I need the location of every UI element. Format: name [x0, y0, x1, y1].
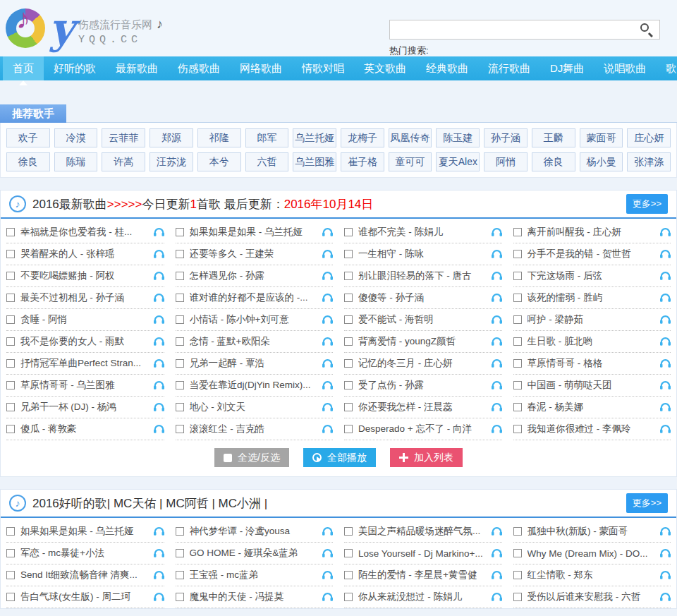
listen-icon[interactable] [154, 337, 164, 346]
search-button[interactable] [635, 20, 659, 39]
song-link[interactable]: 抒情冠军单曲Perfect Stran... [20, 357, 151, 370]
song-checkbox[interactable] [344, 228, 353, 236]
singer-button[interactable]: 阿悄 [484, 152, 527, 171]
more-button[interactable]: 更多>> [626, 194, 668, 214]
nav-item[interactable]: 流行歌曲 [478, 56, 540, 80]
song-checkbox[interactable] [513, 272, 522, 280]
singer-button[interactable]: 本兮 [197, 152, 241, 171]
listen-icon[interactable] [660, 593, 671, 601]
tab-recommended-singers[interactable]: 推荐歌手 [0, 104, 66, 123]
song-link[interactable]: 小情话 - 陈小钟+刘可意 [190, 313, 320, 326]
listen-icon[interactable] [154, 425, 164, 433]
more-button[interactable]: 更多>> [626, 493, 668, 513]
listen-icon[interactable] [492, 294, 502, 302]
song-link[interactable]: 告白气球(女生版) - 周二珂 [20, 591, 151, 603]
song-link[interactable]: 我不是你要的女人 - 雨默 [20, 335, 151, 348]
song-checkbox[interactable] [344, 359, 353, 368]
song-checkbox[interactable] [513, 571, 522, 579]
listen-icon[interactable] [660, 272, 671, 280]
nav-item[interactable]: 说唱歌曲 [594, 56, 656, 80]
song-checkbox[interactable] [176, 549, 184, 557]
song-link[interactable]: 受伤以后谁来安慰我 - 六哲 [527, 591, 658, 603]
song-checkbox[interactable] [6, 403, 15, 411]
singer-button[interactable]: 乌兰图雅 [293, 152, 336, 171]
song-link[interactable]: 当爱在靠近dj(DjYin Remix)... [190, 379, 320, 392]
song-link[interactable]: 离开前叫醒我 - 庄心妍 [527, 226, 658, 238]
listen-icon[interactable] [492, 381, 502, 389]
singer-button[interactable]: 陈瑞 [54, 152, 98, 171]
nav-item[interactable]: 首页 [3, 56, 44, 80]
song-checkbox[interactable] [513, 549, 522, 557]
singer-button[interactable]: 欢子 [6, 128, 50, 147]
singer-button[interactable]: 崔子格 [341, 152, 384, 171]
song-link[interactable]: 背离爱情 - youngZ颜哲 [358, 335, 489, 348]
song-link[interactable]: 你从来就没想过 - 陈娟儿 [358, 591, 489, 603]
listen-icon[interactable] [492, 250, 502, 258]
song-checkbox[interactable] [344, 381, 353, 389]
singer-button[interactable]: 徐良 [532, 152, 575, 171]
listen-icon[interactable] [322, 381, 333, 389]
song-checkbox[interactable] [6, 359, 15, 368]
song-link[interactable]: 谁对谁的好都不是应该的 -... [190, 291, 320, 304]
listen-icon[interactable] [154, 228, 164, 236]
song-link[interactable]: 神代梦华谭 - 泠鸢yousa [190, 525, 320, 538]
listen-icon[interactable] [492, 527, 502, 536]
listen-icon[interactable] [660, 250, 671, 258]
song-link[interactable]: 红尘情歌 - 郑东 [527, 569, 658, 581]
nav-item[interactable]: 伤感歌曲 [168, 56, 230, 80]
song-checkbox[interactable] [344, 549, 353, 557]
nav-item[interactable]: DJ舞曲 [540, 56, 594, 80]
song-link[interactable]: 记忆的冬三月 - 庄心妍 [358, 357, 489, 370]
song-link[interactable]: 你还要我怎样 - 汪晨蕊 [358, 401, 489, 413]
listen-icon[interactable] [322, 337, 333, 346]
song-checkbox[interactable] [344, 593, 353, 601]
song-link[interactable]: 孤独中秋(新版) - 蒙面哥 [527, 525, 658, 538]
song-link[interactable]: 最美不过初相见 - 孙子涵 [20, 291, 151, 304]
song-checkbox[interactable] [513, 403, 522, 411]
song-checkbox[interactable] [344, 337, 353, 346]
song-checkbox[interactable] [513, 425, 522, 433]
nav-item[interactable]: 最新歌曲 [106, 56, 168, 80]
song-link[interactable]: 怎样遇见你 - 孙露 [190, 270, 320, 282]
singer-button[interactable]: 六哲 [245, 152, 289, 171]
song-checkbox[interactable] [6, 571, 15, 579]
song-checkbox[interactable] [6, 228, 15, 236]
song-link[interactable]: 如果如果是如果 - 乌兰托娅 [20, 525, 151, 538]
song-checkbox[interactable] [176, 272, 184, 280]
singer-button[interactable]: 郑源 [150, 128, 193, 147]
listen-icon[interactable] [322, 403, 333, 411]
song-checkbox[interactable] [176, 425, 184, 433]
song-checkbox[interactable] [513, 593, 522, 601]
song-link[interactable]: 滚滚红尘 - 吉克皓 [190, 423, 320, 435]
song-checkbox[interactable] [6, 315, 15, 324]
singer-button[interactable]: 许嵩 [102, 152, 145, 171]
song-link[interactable]: 草原情哥哥 - 格格 [527, 357, 658, 370]
song-checkbox[interactable] [344, 527, 353, 536]
listen-icon[interactable] [154, 359, 164, 368]
listen-icon[interactable] [660, 549, 671, 557]
song-checkbox[interactable] [6, 337, 15, 346]
song-checkbox[interactable] [344, 294, 353, 302]
song-link[interactable]: 地心 - 刘文天 [190, 401, 320, 413]
song-link[interactable]: 魔鬼中的天使 - 冯提莫 [190, 591, 320, 603]
singer-button[interactable]: 夏天Alex [436, 152, 480, 171]
listen-icon[interactable] [154, 294, 164, 302]
listen-icon[interactable] [492, 337, 502, 346]
song-checkbox[interactable] [344, 250, 353, 258]
song-link[interactable]: 哭着醒来的人 - 张梓瑶 [20, 248, 151, 260]
listen-icon[interactable] [492, 272, 502, 280]
song-link[interactable]: 陌生的爱情 - 李星晨+黄雪健 [358, 569, 489, 581]
listen-icon[interactable] [322, 272, 333, 280]
listen-icon[interactable] [322, 228, 333, 236]
search-input[interactable] [390, 20, 635, 39]
singer-button[interactable]: 孙子涵 [484, 128, 527, 147]
singer-button[interactable]: 童可可 [389, 152, 432, 171]
listen-icon[interactable] [154, 250, 164, 258]
song-checkbox[interactable] [176, 315, 184, 324]
listen-icon[interactable] [154, 571, 164, 579]
song-checkbox[interactable] [513, 228, 522, 236]
song-checkbox[interactable] [6, 549, 15, 557]
song-link[interactable]: 我知道你很难过 - 李佩玲 [527, 423, 658, 435]
song-link[interactable]: 下完这场雨 - 后弦 [527, 270, 658, 282]
song-checkbox[interactable] [344, 425, 353, 433]
